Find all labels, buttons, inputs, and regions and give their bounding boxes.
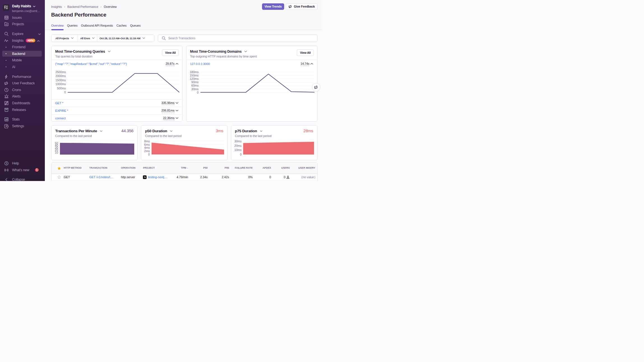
- svg-text:10ms: 10ms: [234, 148, 242, 152]
- svg-text:120ms: 120ms: [189, 77, 198, 80]
- svg-text:10: 10: [55, 151, 58, 154]
- svg-text:150ms: 150ms: [189, 73, 198, 77]
- svg-text:0: 0: [64, 90, 66, 94]
- svg-text:0: 0: [240, 153, 242, 156]
- svg-text:8ms: 8ms: [144, 140, 150, 143]
- svg-text:0: 0: [148, 153, 150, 156]
- svg-text:2ms: 2ms: [144, 150, 150, 153]
- svg-text:30ms: 30ms: [191, 87, 198, 90]
- svg-text:60ms: 60ms: [191, 84, 198, 87]
- svg-text:500ms: 500ms: [57, 86, 66, 90]
- svg-text:0: 0: [197, 90, 198, 94]
- svg-text:1500ms: 1500ms: [55, 78, 66, 82]
- svg-text:1000ms: 1000ms: [55, 82, 66, 86]
- svg-text:6ms: 6ms: [144, 143, 150, 146]
- svg-text:90ms: 90ms: [191, 80, 198, 84]
- svg-text:2500ms: 2500ms: [55, 70, 66, 73]
- svg-text:180ms: 180ms: [189, 70, 198, 73]
- svg-text:4ms: 4ms: [144, 146, 150, 149]
- svg-text:20ms: 20ms: [234, 144, 242, 147]
- svg-text:30ms: 30ms: [234, 140, 242, 143]
- svg-text:2000ms: 2000ms: [55, 74, 66, 78]
